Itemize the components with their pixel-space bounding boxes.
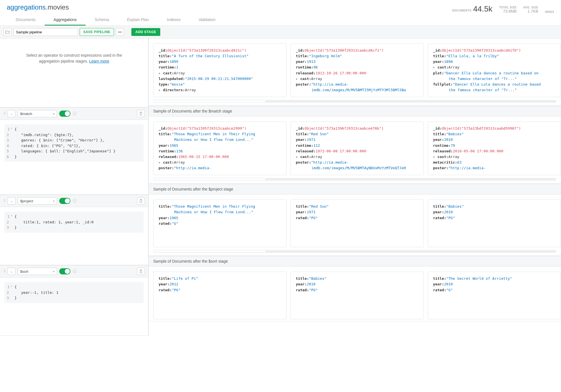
stage-operator-select[interactable]: $match	[18, 110, 57, 117]
stage-code-editor[interactable]: 1▾2 3 { title:1, rated: 1, year:1, _id:0…	[4, 212, 144, 233]
tab-aggregations[interactable]: Aggregations	[45, 15, 86, 26]
drag-handle-icon[interactable]: ⠿	[3, 199, 5, 203]
collapse-stage-button[interactable]: ⌄	[8, 197, 15, 205]
horizontal-scrollbar[interactable]	[153, 250, 557, 253]
stage-operator-select[interactable]: $project	[18, 197, 57, 205]
save-pipeline-button[interactable]: SAVE PIPELINE	[80, 28, 114, 36]
documents-count-label: DOCUMENTS	[452, 9, 471, 12]
document-card: title:"Red Sun"year:1971rated:"PG"	[290, 200, 424, 247]
add-stage-button[interactable]: ADD STAGE	[131, 28, 160, 36]
stage-sample-label: Sample of Documents after the $project s…	[149, 184, 561, 194]
document-card: _id:ObjectId("573a1390f29313caabcd4cf1")…	[290, 43, 424, 97]
stage-enabled-toggle[interactable]	[59, 111, 70, 117]
document-card: _id:ObjectId("573a1396f29313caabce476b")…	[290, 122, 424, 175]
document-card: _id:ObjectId("573a13bdf29313caabd59987")…	[428, 122, 561, 175]
info-icon: ⓘ	[73, 111, 77, 116]
info-icon: ⓘ	[73, 269, 77, 274]
total-size-label: TOTAL SIZE	[499, 6, 516, 9]
stage-operator-select[interactable]: $sort	[18, 268, 57, 275]
stage-code-editor[interactable]: 1▾2 3 4 5 6 { "imdb.rating": {$gte:7}, g…	[4, 124, 144, 162]
tab-bar: Documents Aggregations Schema Explain Pl…	[0, 15, 561, 26]
stage-enabled-toggle[interactable]	[59, 268, 70, 274]
stage-code-editor[interactable]: 1▾2 3 { year:-1, title: 1 }	[4, 282, 144, 303]
info-icon: ⓘ	[73, 198, 77, 203]
stage-output-row: title:"Life of Pi"year:2012rated:"PG"tit…	[149, 267, 561, 321]
pipeline-name-input[interactable]	[13, 28, 78, 36]
document-card: title:"Babies"year:2010rated:"PG"	[428, 200, 561, 247]
learn-more-link[interactable]: Learn more	[89, 59, 109, 63]
intro-text: Select an operator to construct expressi…	[0, 38, 148, 78]
document-card: title:"Life of Pi"year:2012rated:"PG"	[153, 272, 287, 319]
stage-output-row: title:"Those Magnificent Men in Their Fl…	[149, 194, 561, 249]
index-label: INDEX	[545, 10, 554, 13]
document-card: title:"Those Magnificent Men in Their Fl…	[153, 200, 287, 247]
open-pipeline-button[interactable]	[3, 28, 12, 36]
delete-stage-button[interactable]	[137, 110, 145, 117]
document-card: title:"Babies"year:2010rated:"PG"	[290, 272, 424, 319]
documents-count-value: 44.5k	[473, 4, 493, 13]
stage-enabled-toggle[interactable]	[59, 198, 70, 204]
stage-sample-label: Sample of Documents after the $sort stag…	[149, 256, 561, 267]
horizontal-scrollbar[interactable]	[153, 100, 557, 103]
preview-documents-row: _id:ObjectId("573a1390f29313caabcd421c")…	[149, 38, 561, 99]
delete-stage-button[interactable]	[137, 197, 145, 205]
total-size-value: 73.8MB	[499, 9, 516, 13]
tab-documents[interactable]: Documents	[7, 15, 45, 26]
avg-size-value: 1.7KB	[523, 9, 538, 13]
database-name: aggregations	[7, 3, 46, 11]
tab-validation[interactable]: Validation	[190, 15, 225, 26]
document-card: _id:ObjectId("573a1395f29313caabce2999")…	[153, 122, 287, 175]
stage-output-row: _id:ObjectId("573a1395f29313caabce2999")…	[149, 116, 561, 177]
document-card: _id:ObjectId("573a1390f29313caabcd41f0")…	[428, 43, 561, 97]
stage-sample-label: Sample of Documents after the $match sta…	[149, 106, 561, 116]
drag-handle-icon[interactable]: ⠿	[3, 112, 5, 116]
collapse-stage-button[interactable]: ⌄	[8, 268, 15, 275]
tab-explain-plan[interactable]: Explain Plan	[118, 15, 158, 26]
avg-size-label: AVG. SIZE	[523, 6, 538, 9]
collection-stats: DOCUMENTS 44.5k TOTAL SIZE 73.8MB AVG. S…	[452, 3, 554, 13]
document-card: title:"The Secret World of Arrietty"year…	[428, 272, 561, 319]
more-options-button[interactable]: •••	[116, 28, 124, 36]
tab-schema[interactable]: Schema	[86, 15, 118, 26]
pipeline-toolbar: SAVE PIPELINE ••• ADD STAGE	[0, 26, 561, 38]
delete-stage-button[interactable]	[137, 268, 145, 275]
collapse-stage-button[interactable]: ⌄	[8, 110, 15, 117]
collection-title: aggregations.movies	[7, 3, 69, 11]
tab-indexes[interactable]: Indexes	[158, 15, 190, 26]
document-card: _id:ObjectId("573a1390f29313caabcd421c")…	[153, 43, 287, 97]
collection-name: .movies	[46, 3, 69, 11]
drag-handle-icon[interactable]: ⠿	[3, 269, 5, 273]
horizontal-scrollbar[interactable]	[153, 178, 557, 181]
